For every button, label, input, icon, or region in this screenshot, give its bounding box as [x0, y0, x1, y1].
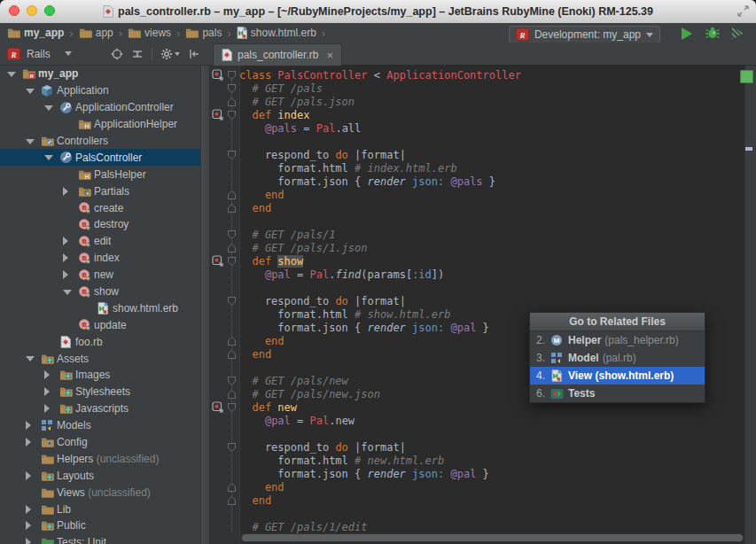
popup-item-view-show-html-erb-[interactable]: 4.View (show.html.erb): [530, 367, 705, 385]
tree-item-tests-unit[interactable]: Tests: Unit: [0, 534, 200, 544]
tree-collapsed-arrow-icon[interactable]: [26, 438, 31, 447]
code-line-14[interactable]: # GET /pals/1.json: [239, 242, 368, 255]
fold-marker-down-icon[interactable]: [228, 443, 236, 452]
error-stripe-mark[interactable]: [745, 147, 752, 151]
code-line-33[interactable]: end: [239, 494, 271, 508]
rails-action-gutter-icon[interactable]: [212, 69, 224, 82]
tree-item-edit[interactable]: medit: [0, 233, 200, 250]
fold-marker-up-icon[interactable]: [228, 97, 236, 106]
tree-collapsed-arrow-icon[interactable]: [26, 505, 31, 514]
code-line-13[interactable]: # GET /pals/1: [239, 229, 335, 242]
run-configuration-select[interactable]: R Development: my_app: [509, 26, 660, 43]
breadcrumb-item-show.html.erb[interactable]: show.html.erb: [237, 27, 316, 39]
code-line-29[interactable]: respond_to do |format|: [239, 441, 406, 455]
tree-expanded-arrow-icon[interactable]: [7, 72, 16, 77]
fold-marker-down-icon[interactable]: [228, 84, 236, 93]
tree-item-application[interactable]: Application: [0, 82, 200, 99]
popup-item-tests[interactable]: 6.Tests: [530, 385, 705, 402]
tree-item-my-app[interactable]: Rmy_app: [0, 66, 200, 82]
fold-marker-down-icon[interactable]: [228, 151, 236, 159]
collapse-all-icon[interactable]: [131, 48, 144, 60]
hide-toolwindow-icon[interactable]: [188, 48, 200, 60]
tree-item-palshelper[interactable]: HPalsHelper: [0, 166, 200, 183]
code-line-8[interactable]: format.html # index.html.erb: [239, 162, 457, 175]
editor-code-area[interactable]: class PalsController < ApplicationContro…: [209, 66, 744, 544]
code-line-27[interactable]: @pal = Pal.new: [239, 415, 355, 428]
code-line-7[interactable]: respond_to do |format|: [239, 149, 406, 162]
tree-item-update[interactable]: mupdate: [0, 316, 200, 333]
tree-item-javascripts[interactable]: Javascripts: [0, 400, 200, 417]
close-window-button[interactable]: [9, 5, 19, 16]
fold-marker-down-icon[interactable]: [228, 403, 236, 412]
tree-item-index[interactable]: mindex: [0, 250, 200, 267]
breadcrumb-item-app[interactable]: app: [79, 27, 113, 39]
tree-item-stylesheets[interactable]: Stylesheets: [0, 384, 200, 400]
fold-marker-up-icon[interactable]: [228, 244, 236, 253]
tree-expanded-arrow-icon[interactable]: [26, 139, 35, 144]
tree-expanded-arrow-icon[interactable]: [63, 290, 72, 295]
tree-collapsed-arrow-icon[interactable]: [26, 538, 31, 544]
zoom-window-button[interactable]: [44, 5, 55, 16]
fold-marker-up-icon[interactable]: [228, 483, 236, 492]
fold-marker-up-icon[interactable]: [228, 350, 236, 359]
code-line-5[interactable]: @pals = Pal.all: [239, 122, 361, 136]
tree-collapsed-arrow-icon[interactable]: [44, 404, 50, 413]
tab-pals-controller[interactable]: pals_controller.rb ×: [213, 43, 342, 66]
fold-marker-down-icon[interactable]: [228, 297, 236, 306]
tree-item-layouts[interactable]: Layouts: [0, 467, 200, 484]
code-line-10[interactable]: end: [239, 189, 284, 202]
rails-action-gutter-icon[interactable]: [212, 109, 224, 121]
tree-expanded-arrow-icon[interactable]: [44, 155, 53, 160]
code-line-35[interactable]: # GET /pals/1/edit: [239, 521, 368, 534]
tree-item-helpers[interactable]: Helpers (unclassified): [0, 450, 200, 467]
code-line-26[interactable]: def new: [239, 401, 297, 415]
code-line-3[interactable]: # GET /pals.json: [239, 96, 355, 109]
rails-action-gutter-icon[interactable]: [212, 401, 224, 414]
tree-collapsed-arrow-icon[interactable]: [26, 471, 31, 480]
run-with-coverage-button[interactable]: [732, 27, 744, 40]
fold-marker-up-icon[interactable]: [228, 204, 236, 213]
code-editor[interactable]: class PalsController < ApplicationContro…: [209, 66, 756, 544]
tree-item-applicationcontroller[interactable]: ApplicationController: [0, 99, 200, 116]
settings-gear-icon[interactable]: [160, 48, 180, 60]
code-line-19[interactable]: format.html # show.html.erb: [239, 308, 450, 322]
scroll-to-source-icon[interactable]: [111, 48, 123, 60]
tree-collapsed-arrow-icon[interactable]: [26, 521, 31, 530]
tree-collapsed-arrow-icon[interactable]: [63, 253, 68, 262]
editor-vertical-scrollbar[interactable]: [744, 66, 756, 544]
tree-item-models[interactable]: Models: [0, 417, 200, 434]
fullscreen-resize-icon[interactable]: [737, 5, 749, 17]
code-line-1[interactable]: class PalsController < ApplicationContro…: [239, 69, 521, 82]
code-line-15[interactable]: def show: [239, 255, 303, 268]
debug-button[interactable]: [705, 27, 720, 40]
code-line-25[interactable]: # GET /pals/new.json: [239, 388, 380, 401]
tree-item-show[interactable]: mshow: [0, 284, 200, 300]
tree-item-views[interactable]: Views (unclassified): [0, 484, 200, 501]
tree-item-destroy[interactable]: mdestroy: [0, 216, 200, 233]
tree-collapsed-arrow-icon[interactable]: [44, 370, 50, 379]
code-line-31[interactable]: format.json { render json: @pal }: [239, 468, 489, 481]
code-line-32[interactable]: end: [239, 481, 284, 494]
tree-item-foo-rb[interactable]: foo.rb: [0, 333, 200, 350]
popup-item-helper[interactable]: 2.MHelper(pals_helper.rb): [530, 331, 705, 349]
tree-item-lib[interactable]: Lib: [0, 501, 200, 517]
code-line-21[interactable]: end: [239, 335, 284, 348]
code-line-16[interactable]: @pal = Pal.find(params[:id]): [239, 268, 444, 282]
fold-marker-up-icon[interactable]: [228, 190, 236, 199]
close-tab-icon[interactable]: ×: [326, 49, 333, 62]
editor-horizontal-scrollbar[interactable]: [239, 533, 744, 542]
tree-item-controllers[interactable]: Controllers: [0, 133, 200, 150]
tree-expanded-arrow-icon[interactable]: [26, 89, 35, 94]
code-line-9[interactable]: format.json { render json: @pals }: [239, 175, 495, 189]
breadcrumb-item-pals[interactable]: pals: [185, 27, 222, 39]
horizontal-scrollbar-thumb[interactable]: [242, 534, 743, 541]
code-line-2[interactable]: # GET /pals: [239, 82, 323, 96]
tree-item-partials[interactable]: Partials: [0, 183, 200, 199]
tree-item-config[interactable]: Config: [0, 434, 200, 451]
code-line-30[interactable]: format.html # new.html.erb: [239, 455, 444, 468]
tree-collapsed-arrow-icon[interactable]: [44, 387, 50, 396]
popup-item-model[interactable]: 3.Model(pal.rb): [530, 349, 705, 367]
fold-marker-up-icon[interactable]: [228, 337, 236, 346]
project-tree-scrollbar[interactable]: [200, 66, 209, 544]
minimize-window-button[interactable]: [27, 5, 37, 16]
